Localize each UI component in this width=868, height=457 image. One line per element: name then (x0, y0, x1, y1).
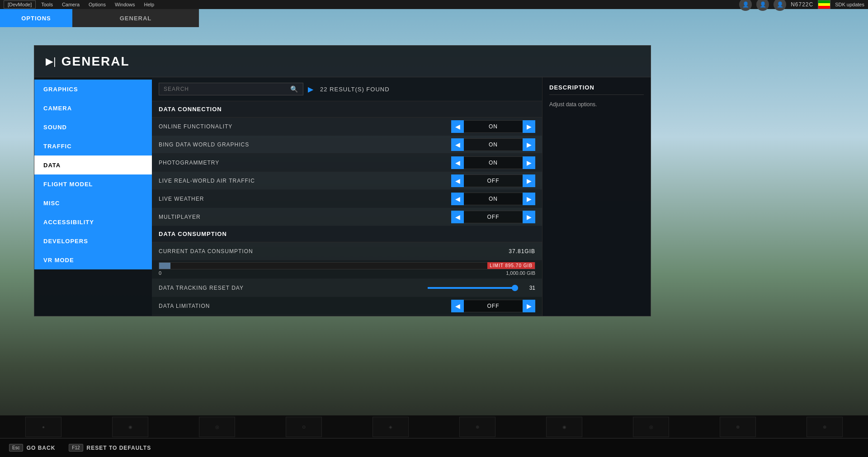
instrument-1: ● (25, 417, 61, 437)
user-icon-1[interactable]: 👤 (739, 0, 752, 11)
panel-body: GRAPHICS CAMERA SOUND TRAFFIC DATA FLIGH… (34, 77, 651, 316)
multiplayer-right[interactable]: ▶ (523, 211, 535, 223)
instrument-4: ⊙ (286, 417, 322, 437)
menu-camera[interactable]: Camera (58, 1, 83, 8)
bing-data-right[interactable]: ▶ (523, 138, 535, 151)
setting-current-consumption: CURRENT DATA CONSUMPTION 37.81GIB (152, 242, 542, 260)
label-live-weather: LIVE WEATHER (159, 196, 451, 202)
setting-live-traffic: LIVE REAL-WORLD AIR TRAFFIC ◀ OFF ▶ (152, 172, 542, 190)
settings-content[interactable]: DATA CONNECTION ONLINE FUNCTIONALITY ◀ O… (152, 101, 542, 316)
progress-bar-container: LIMIT 895.70 GIB (159, 262, 535, 269)
progress-min: 0 (159, 270, 161, 276)
control-live-traffic: ◀ OFF ▶ (451, 174, 535, 187)
setting-data-limit: DATA LIMIT (GIB) (152, 315, 542, 316)
live-traffic-value: OFF (464, 174, 523, 187)
label-tracking-reset: DATA TRACKING RESET DAY (159, 285, 428, 291)
section-data-connection: DATA CONNECTION (152, 101, 542, 118)
tab-options[interactable]: OPTIONS (0, 9, 72, 27)
label-bing-data: BING DATA WORLD GRAPHICS (159, 141, 451, 148)
data-limitation-right[interactable]: ▶ (523, 300, 535, 312)
flag-icon (818, 0, 830, 9)
menu-options[interactable]: Options (85, 1, 109, 8)
instrument-2: ◉ (112, 417, 148, 437)
sidebar-item-accessibility[interactable]: ACCESSIBILITY (34, 212, 152, 231)
user-icon-2[interactable]: 👤 (756, 0, 769, 11)
control-bing-data: ◀ ON ▶ (451, 138, 535, 151)
description-title: DESCRIPTION (549, 84, 644, 95)
go-back-button[interactable]: Esc GO BACK (9, 444, 55, 452)
menu-windows[interactable]: Windows (111, 1, 139, 8)
progress-bar-values: 0 1,000.00 GIB (159, 269, 535, 277)
sidebar-item-graphics[interactable]: GRAPHICS (34, 80, 152, 99)
control-multiplayer: ◀ OFF ▶ (451, 211, 535, 223)
top-menu-bar: [DevMode] Tools Camera Options Windows H… (0, 0, 868, 9)
multiplayer-left[interactable]: ◀ (451, 211, 464, 223)
instrument-9: ⊗ (720, 417, 756, 437)
instrument-bar: ● ◉ ◎ ⊙ ◈ ⊕ ◉ ◎ ⊗ ⊕ (0, 415, 868, 438)
bing-data-left[interactable]: ◀ (451, 138, 464, 151)
reset-defaults-button[interactable]: F12 RESET TO DEFAULTS (69, 444, 151, 452)
setting-live-weather: LIVE WEATHER ◀ ON ▶ (152, 190, 542, 208)
online-functionality-right[interactable]: ▶ (523, 120, 535, 133)
tab-general[interactable]: GENERAL (72, 9, 199, 27)
sidebar-item-camera[interactable]: CAMERA (34, 99, 152, 118)
instrument-10: ⊕ (807, 417, 843, 437)
search-input[interactable] (164, 86, 290, 92)
sidebar-item-traffic[interactable]: TRAFFIC (34, 137, 152, 155)
slider-tracking-reset[interactable] (428, 287, 518, 289)
bing-data-value: ON (464, 138, 523, 151)
top-bar-right: 👤 👤 👤 N6722C SDK updates (739, 0, 864, 11)
sdk-updates[interactable]: SDK updates (835, 2, 864, 7)
options-nav-bar: OPTIONS GENERAL (0, 9, 199, 27)
live-traffic-right[interactable]: ▶ (523, 174, 535, 187)
progress-bar-fill (159, 263, 170, 269)
photogrammetry-right[interactable]: ▶ (523, 156, 535, 169)
devmode-toggle[interactable]: [DevMode] (4, 0, 36, 9)
panel-header: ▶| GENERAL (34, 46, 651, 77)
label-online-functionality: ONLINE FUNCTIONALITY (159, 123, 451, 130)
aircraft-id: N6722C (791, 1, 813, 8)
setting-bing-data: BING DATA WORLD GRAPHICS ◀ ON ▶ (152, 136, 542, 154)
sidebar-item-vr-mode[interactable]: VR MODE (34, 250, 152, 269)
label-data-limitation: DATA LIMITATION (159, 303, 451, 309)
instrument-6: ⊕ (459, 417, 495, 437)
search-input-wrap: 🔍 (159, 83, 303, 95)
setting-photogrammetry: PHOTOGRAMMETRY ◀ ON ▶ (152, 154, 542, 172)
value-tracking-reset: 31 (522, 285, 535, 291)
panel-title: GENERAL (61, 54, 130, 69)
photogrammetry-left[interactable]: ◀ (451, 156, 464, 169)
main-panel: ▶| GENERAL GRAPHICS CAMERA SOUND TRAFFIC… (34, 45, 651, 316)
user-icon-3[interactable]: 👤 (774, 0, 786, 11)
description-text: Adjust data options. (549, 100, 644, 108)
online-functionality-left[interactable]: ◀ (451, 120, 464, 133)
description-panel: DESCRIPTION Adjust data options. (542, 77, 651, 316)
multiplayer-value: OFF (464, 211, 523, 223)
label-current-consumption: CURRENT DATA CONSUMPTION (159, 248, 509, 254)
instrument-7: ◉ (546, 417, 582, 437)
sidebar-item-data[interactable]: DATA (34, 155, 152, 174)
search-bar: 🔍 ▶ 22 RESULT(S) FOUND (152, 77, 542, 101)
sidebar-item-developers[interactable]: DEVELOPERS (34, 231, 152, 250)
live-weather-left[interactable]: ◀ (451, 193, 464, 205)
data-limitation-left[interactable]: ◀ (451, 300, 464, 312)
sidebar-item-flight-model[interactable]: FLIGHT MODEL (34, 174, 152, 193)
instrument-5: ◈ (373, 417, 409, 437)
setting-data-limitation: DATA LIMITATION ◀ OFF ▶ (152, 297, 542, 315)
sidebar-item-misc[interactable]: MISC (34, 193, 152, 212)
section-data-consumption: DATA CONSUMPTION (152, 226, 542, 242)
live-traffic-left[interactable]: ◀ (451, 174, 464, 187)
results-count: 22 RESULT(S) FOUND (320, 86, 390, 93)
live-weather-right[interactable]: ▶ (523, 193, 535, 205)
photogrammetry-value: ON (464, 156, 523, 169)
setting-tracking-reset: DATA TRACKING RESET DAY 31 (152, 279, 542, 297)
go-back-label: GO BACK (27, 445, 56, 451)
instrument-3: ◎ (199, 417, 235, 437)
control-online-functionality: ◀ ON ▶ (451, 120, 535, 133)
menu-tools[interactable]: Tools (38, 1, 57, 8)
control-data-limitation: ◀ OFF ▶ (451, 300, 535, 312)
sidebar-item-sound[interactable]: SOUND (34, 118, 152, 137)
menu-help[interactable]: Help (141, 1, 158, 8)
label-photogrammetry: PHOTOGRAMMETRY (159, 160, 451, 166)
live-weather-value: ON (464, 193, 523, 205)
results-arrow: ▶ (308, 85, 313, 94)
